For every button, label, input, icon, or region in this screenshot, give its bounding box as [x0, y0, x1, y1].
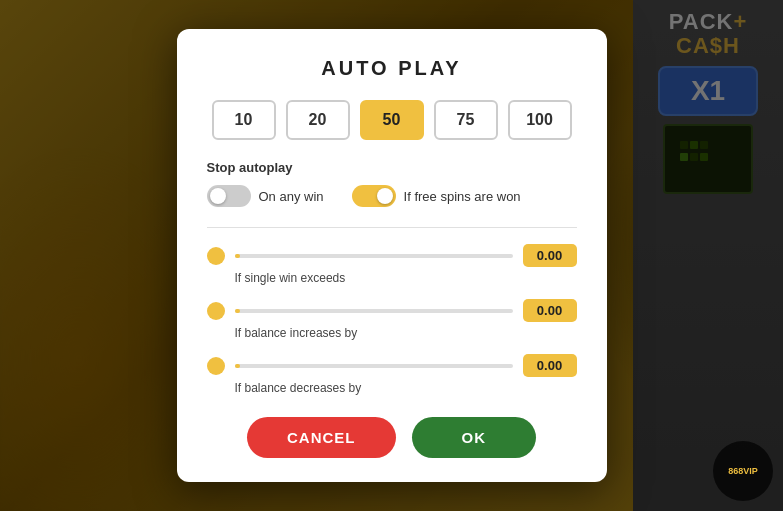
- section-divider: [207, 227, 577, 228]
- slider-balance-increases-value: 0.00: [523, 299, 577, 322]
- slider-balance-increases-label: If balance increases by: [207, 326, 577, 340]
- spin-btn-75[interactable]: 75: [434, 100, 498, 140]
- site-badge-text: 868VIP: [728, 466, 758, 476]
- modal-backdrop: AUTO PLAY 10 20 50 75 100 Stop autoplay …: [0, 0, 783, 511]
- slider-balance-decreases-fill: [235, 364, 241, 368]
- spin-btn-20[interactable]: 20: [286, 100, 350, 140]
- toggle-on-any-win-switch[interactable]: [207, 185, 251, 207]
- ok-button[interactable]: OK: [412, 417, 537, 458]
- spin-count-selector: 10 20 50 75 100: [207, 100, 577, 140]
- toggle-on-any-win-label: On any win: [259, 189, 324, 204]
- spin-btn-100[interactable]: 100: [508, 100, 572, 140]
- toggle-free-spins-label: If free spins are won: [404, 189, 521, 204]
- slider-balance-decreases-value: 0.00: [523, 354, 577, 377]
- slider-single-win-fill: [235, 254, 241, 258]
- toggle-free-spins-knob: [377, 188, 393, 204]
- spin-btn-50[interactable]: 50: [360, 100, 424, 140]
- slider-section: 0.00 If single win exceeds 0.00 If balan…: [207, 244, 577, 395]
- stop-autoplay-label: Stop autoplay: [207, 160, 577, 175]
- toggle-on-any-win-knob: [210, 188, 226, 204]
- slider-balance-increases: 0.00 If balance increases by: [207, 299, 577, 340]
- slider-balance-decreases-track[interactable]: [235, 364, 513, 368]
- slider-balance-increases-track[interactable]: [235, 309, 513, 313]
- slider-single-win: 0.00 If single win exceeds: [207, 244, 577, 285]
- modal-title: AUTO PLAY: [207, 57, 577, 80]
- slider-balance-decreases-label: If balance decreases by: [207, 381, 577, 395]
- slider-balance-increases-fill: [235, 309, 241, 313]
- toggle-free-spins-switch[interactable]: [352, 185, 396, 207]
- toggle-on-any-win: On any win: [207, 185, 324, 207]
- site-badge: 868VIP: [713, 441, 773, 501]
- toggle-row: On any win If free spins are won: [207, 185, 577, 207]
- toggle-free-spins: If free spins are won: [352, 185, 521, 207]
- cancel-button[interactable]: CANCEL: [247, 417, 396, 458]
- autoplay-modal: AUTO PLAY 10 20 50 75 100 Stop autoplay …: [177, 29, 607, 482]
- slider-single-win-label: If single win exceeds: [207, 271, 577, 285]
- slider-single-win-handle[interactable]: [207, 247, 225, 265]
- slider-balance-decreases-handle[interactable]: [207, 357, 225, 375]
- slider-single-win-track[interactable]: [235, 254, 513, 258]
- modal-footer: CANCEL OK: [207, 417, 577, 458]
- slider-single-win-value: 0.00: [523, 244, 577, 267]
- slider-balance-increases-handle[interactable]: [207, 302, 225, 320]
- slider-balance-decreases: 0.00 If balance decreases by: [207, 354, 577, 395]
- spin-btn-10[interactable]: 10: [212, 100, 276, 140]
